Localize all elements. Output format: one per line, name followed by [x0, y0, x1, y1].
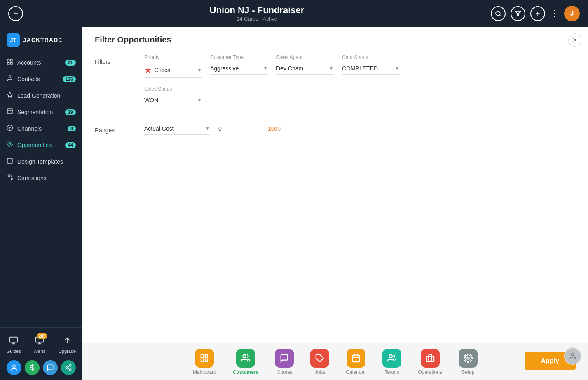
content-area: Filter Opportunities × Filters Priority …: [82, 27, 588, 380]
sales-status-value: WON: [144, 97, 194, 103]
sales-agent-value: Dev Cham: [276, 65, 326, 72]
user-avatar: J: [564, 6, 580, 21]
card-status-field: Card Status COMPLETED ▼: [342, 54, 400, 78]
sidebar-item-campaigns[interactable]: Campaigns: [0, 170, 82, 186]
sidebar-item-opportunities[interactable]: Opportunities 44: [0, 137, 82, 153]
customer-type-arrow-icon: ▼: [263, 66, 268, 71]
svg-rect-24: [201, 359, 204, 361]
logo-icon: JT: [7, 33, 20, 47]
billing-icon[interactable]: [25, 360, 40, 375]
range-type-value: Actual Cost: [144, 125, 203, 132]
svg-rect-23: [205, 354, 208, 357]
svg-rect-11: [7, 158, 12, 163]
tab-mainboard[interactable]: Mainboard: [193, 349, 216, 375]
priority-select[interactable]: ★ Critical ▼: [144, 63, 202, 78]
opportunities-badge: 44: [65, 142, 76, 148]
teams-tab-icon: [382, 349, 401, 368]
svg-rect-22: [201, 354, 204, 357]
contacts-icon: [7, 75, 13, 83]
sales-agent-label: Sales Agent: [276, 54, 334, 60]
upgrade-button[interactable]: Upgrade: [59, 336, 76, 354]
tab-quotes[interactable]: Quotes: [275, 349, 294, 375]
svg-point-32: [389, 354, 392, 357]
tab-operations[interactable]: Operations: [418, 349, 442, 375]
svg-rect-3: [10, 59, 12, 61]
chat-icon[interactable]: [43, 360, 58, 375]
range-max-input[interactable]: [268, 124, 309, 134]
sidebar-item-segmentation[interactable]: Segmentation 29: [0, 104, 82, 120]
calendar-tab-icon: [347, 349, 365, 368]
alerts-icon: [35, 338, 44, 347]
sidebar-item-contacts[interactable]: Contacts 125: [0, 71, 82, 87]
svg-rect-4: [7, 62, 9, 64]
svg-point-18: [66, 367, 68, 369]
share-icon[interactable]: [61, 360, 76, 375]
sales-status-label: Sales Status: [144, 86, 202, 92]
operations-tab-icon: [421, 349, 440, 368]
customers-tab-icon: [236, 349, 255, 368]
card-status-value: COMPLETED: [342, 65, 392, 72]
campaigns-icon: [7, 174, 13, 182]
svg-rect-25: [205, 359, 208, 361]
contacts-badge: 125: [63, 76, 76, 82]
search-button[interactable]: [491, 6, 506, 21]
svg-point-19: [69, 369, 71, 371]
filter-button[interactable]: [511, 6, 525, 21]
sales-status-section-label: [95, 86, 128, 90]
sidebar-logo: JT JACKTRADE: [0, 27, 82, 51]
close-button[interactable]: ×: [568, 33, 581, 47]
priority-arrow-icon: ▼: [197, 67, 202, 73]
card-status-label: Card Status: [342, 54, 400, 60]
tab-calendar[interactable]: Calendar: [346, 349, 366, 375]
svg-rect-28: [353, 355, 360, 362]
tab-teams[interactable]: Teams: [382, 349, 401, 375]
range-type-select[interactable]: Actual Cost ▼: [144, 123, 210, 135]
svg-point-12: [8, 175, 10, 177]
sales-agent-select[interactable]: Dev Cham ▼: [276, 63, 334, 75]
add-button[interactable]: [530, 6, 545, 21]
card-status-select[interactable]: COMPLETED ▼: [342, 63, 400, 75]
upgrade-icon: [63, 336, 72, 347]
sidebar-item-channels[interactable]: Channels 9: [0, 120, 82, 137]
svg-rect-2: [7, 59, 9, 61]
more-button[interactable]: ⋮: [550, 8, 559, 19]
segmentation-label: Segmentation: [17, 109, 53, 115]
guides-icon: [9, 336, 18, 347]
back-button[interactable]: ←: [8, 6, 23, 21]
range-min-input[interactable]: [218, 124, 260, 134]
sidebar-item-lead-generation[interactable]: Lead Generation: [0, 87, 82, 104]
sales-agent-arrow-icon: ▼: [329, 66, 334, 71]
accounts-icon: [7, 59, 13, 67]
svg-rect-13: [10, 337, 17, 342]
segmentation-badge: 29: [65, 109, 76, 115]
svg-point-10: [9, 143, 11, 145]
svg-point-35: [572, 353, 574, 356]
priority-star-icon: ★: [144, 65, 152, 75]
guides-button[interactable]: Guides: [7, 336, 21, 354]
page-subtitle: 14 Cards - Active: [210, 16, 305, 22]
customer-type-label: Customer Type: [210, 54, 268, 60]
user-profile-icon[interactable]: [7, 360, 21, 375]
svg-line-21: [67, 366, 69, 367]
tab-setup[interactable]: Setup: [459, 349, 478, 375]
customer-type-select[interactable]: Aggressive ▼: [210, 63, 268, 75]
sidebar-item-accounts[interactable]: Accounts 21: [0, 54, 82, 71]
tab-jobs[interactable]: Jobs: [310, 349, 329, 375]
card-status-arrow-icon: ▼: [395, 66, 400, 71]
ranges-label: Ranges: [95, 123, 128, 134]
sales-status-select[interactable]: WON ▼: [144, 94, 202, 106]
sales-status-field: Sales Status WON ▼: [144, 86, 202, 106]
lead-generation-label: Lead Generation: [17, 92, 60, 99]
setup-label: Setup: [461, 369, 474, 375]
guides-label: Guides: [7, 349, 21, 354]
tab-customers[interactable]: Customers: [233, 349, 259, 375]
opportunities-icon: [7, 141, 13, 149]
filter-fields: Priority ★ Critical ▼ Customer Type Aggr…: [144, 54, 576, 78]
svg-point-34: [467, 357, 469, 359]
alerts-button[interactable]: 269 Alerts: [34, 336, 45, 354]
svg-point-26: [243, 354, 246, 357]
priority-label: Priority: [144, 54, 202, 60]
sidebar-item-design-templates[interactable]: Design Templates: [0, 153, 82, 170]
design-templates-icon: [7, 157, 13, 166]
customer-type-value: Aggressive: [210, 65, 260, 72]
